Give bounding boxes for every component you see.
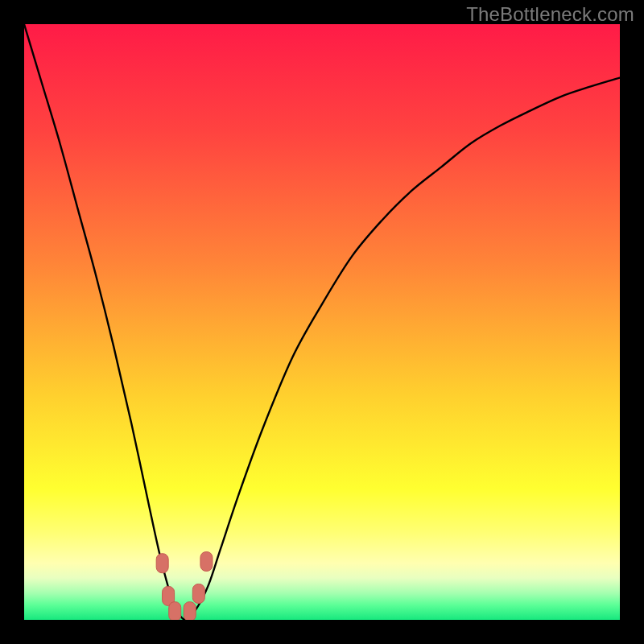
trough-marker	[200, 551, 213, 571]
plot-area	[24, 24, 620, 620]
trough-marker	[169, 602, 181, 620]
trough-markers	[156, 551, 213, 620]
bottleneck-curve	[24, 24, 620, 620]
trough-marker	[156, 554, 168, 573]
trough-marker	[192, 584, 204, 603]
outer-frame: TheBottleneck.com	[0, 0, 644, 644]
trough-marker	[184, 602, 196, 620]
watermark-text: TheBottleneck.com	[466, 3, 634, 26]
curve-layer	[24, 24, 620, 620]
